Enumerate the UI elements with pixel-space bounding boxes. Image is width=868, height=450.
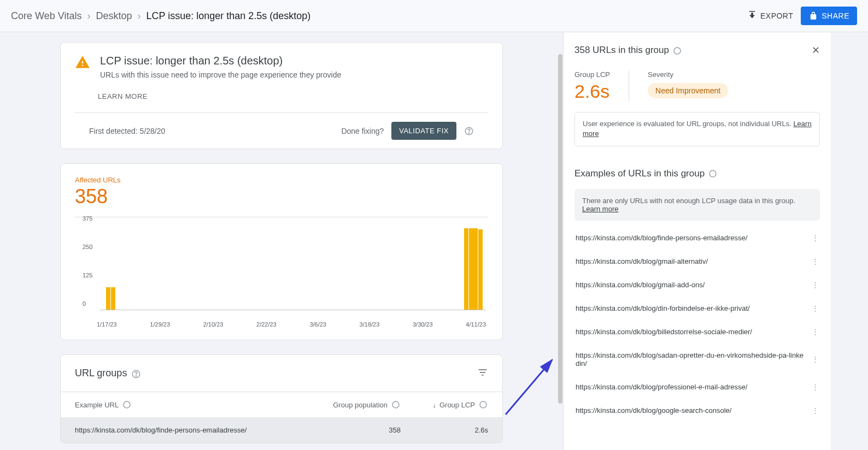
more-icon[interactable]: ⋮ <box>812 383 819 391</box>
x-tick: 3/18/23 <box>360 321 380 328</box>
share-label: SHARE <box>822 11 849 20</box>
row-lcp: 2.6s <box>401 426 488 434</box>
info-note: User experience is evaluated for URL gro… <box>574 112 820 146</box>
group-lcp-value: 2.6s <box>574 81 610 102</box>
validate-fix-button[interactable]: VALIDATE FIX <box>391 122 456 140</box>
annotation-arrow <box>500 354 560 420</box>
url-text: https://kinsta.com/dk/blog/din-forbindel… <box>576 304 812 312</box>
help-icon[interactable] <box>464 126 474 136</box>
close-icon[interactable]: ✕ <box>812 44 820 56</box>
more-icon[interactable]: ⋮ <box>812 406 819 415</box>
url-text: https://kinsta.com/dk/blog/finde-persons… <box>576 234 812 242</box>
row-pop: 358 <box>313 426 401 434</box>
data-note: There are only URLs with not enough LCP … <box>574 189 820 221</box>
help-icon[interactable] <box>478 400 488 410</box>
header-bar: Core Web Vitals › Desktop › LCP issue: l… <box>0 0 868 32</box>
chart-bar[interactable] <box>464 228 468 310</box>
chevron-right-icon: › <box>137 10 140 22</box>
details-panel: 358 URLs in this group ✕ Group LCP 2.6s … <box>563 32 831 450</box>
chevron-right-icon: › <box>87 10 90 22</box>
url-row[interactable]: https://kinsta.com/dk/blog/billedstorrel… <box>574 320 820 344</box>
more-icon[interactable]: ⋮ <box>812 281 819 289</box>
x-tick: 4/11/23 <box>466 321 486 328</box>
affected-urls-count: 358 <box>75 185 488 208</box>
filter-icon[interactable] <box>477 367 488 380</box>
share-button[interactable]: SHARE <box>801 7 857 25</box>
x-tick: 3/30/23 <box>413 321 433 328</box>
col-example-url[interactable]: Example URL <box>75 401 119 409</box>
url-text: https://kinsta.com/dk/blog/professionel-… <box>576 383 812 391</box>
col-group-population[interactable]: Group population <box>333 401 388 409</box>
x-tick: 2/10/23 <box>203 321 224 328</box>
more-icon[interactable]: ⋮ <box>812 234 819 242</box>
issue-title: LCP issue: longer than 2.5s (desktop) <box>100 55 341 67</box>
url-row[interactable]: https://kinsta.com/dk/blog/finde-persons… <box>574 226 820 250</box>
svg-point-1 <box>468 133 469 133</box>
more-icon[interactable]: ⋮ <box>812 304 819 312</box>
x-tick: 2/22/23 <box>256 321 277 328</box>
help-icon[interactable] <box>131 368 141 379</box>
url-list: https://kinsta.com/dk/blog/finde-persons… <box>574 226 820 422</box>
main-content: LCP issue: longer than 2.5s (desktop) UR… <box>0 32 563 450</box>
svg-line-7 <box>506 360 552 415</box>
x-tick: 1/17/23 <box>97 321 117 328</box>
export-button[interactable]: EXPORT <box>747 11 793 21</box>
more-icon[interactable]: ⋮ <box>812 355 819 363</box>
url-text: https://kinsta.com/dk/blog/google-search… <box>576 406 812 415</box>
arrow-down-icon: ↓ <box>432 401 436 409</box>
svg-point-5 <box>392 401 399 408</box>
header-actions: EXPORT SHARE <box>747 7 857 25</box>
breadcrumb-desktop[interactable]: Desktop <box>96 10 132 22</box>
breadcrumb: Core Web Vitals › Desktop › LCP issue: l… <box>11 10 310 22</box>
url-text: https://kinsta.com/dk/blog/gmail-alterna… <box>576 257 812 265</box>
chart-bar[interactable] <box>473 228 478 310</box>
breadcrumb-core[interactable]: Core Web Vitals <box>11 10 81 22</box>
x-tick: 1/29/23 <box>150 321 170 328</box>
scrollbar[interactable] <box>558 54 562 404</box>
row-url: https://kinsta.com/dk/blog/finde-persons… <box>75 426 313 434</box>
url-row[interactable]: https://kinsta.com/dk/blog/din-forbindel… <box>574 297 820 320</box>
affected-urls-card: Affected URLs 358 0125250375 1/17/231/29… <box>60 163 503 340</box>
affected-urls-chart: 0125250375 1/17/231/29/232/10/232/22/233… <box>75 217 488 328</box>
svg-point-9 <box>709 170 716 177</box>
chart-bar[interactable] <box>106 287 110 310</box>
help-icon[interactable] <box>708 168 718 179</box>
url-row[interactable]: https://kinsta.com/dk/blog/google-search… <box>574 399 820 422</box>
url-row[interactable]: https://kinsta.com/dk/blog/gmail-alterna… <box>574 250 820 273</box>
url-row[interactable]: https://kinsta.com/dk/blog/sadan-oprette… <box>574 344 820 375</box>
chart-bar[interactable] <box>478 229 483 310</box>
done-fixing-label: Done fixing? <box>341 127 384 135</box>
help-icon[interactable] <box>672 45 682 56</box>
svg-point-8 <box>674 48 681 54</box>
panel-title: 358 URLs in this group <box>574 45 682 56</box>
issue-subtitle: URLs with this issue need to improve the… <box>100 70 341 79</box>
url-text: https://kinsta.com/dk/blog/billedstorrel… <box>576 328 812 336</box>
lock-icon <box>808 11 818 21</box>
url-row[interactable]: https://kinsta.com/dk/blog/gmail-add-ons… <box>574 273 820 297</box>
first-detected: First detected: 5/28/20 <box>89 127 165 135</box>
group-lcp-label: Group LCP <box>574 70 610 79</box>
learn-more-link[interactable]: LEARN MORE <box>98 92 488 100</box>
url-text: https://kinsta.com/dk/blog/gmail-add-ons… <box>576 281 812 289</box>
help-icon[interactable] <box>391 400 401 410</box>
url-groups-title: URL groups <box>75 368 141 379</box>
help-icon[interactable] <box>122 400 132 410</box>
download-icon <box>747 11 757 21</box>
url-row[interactable]: https://kinsta.com/dk/blog/professionel-… <box>574 375 820 399</box>
chart-bar[interactable] <box>469 228 473 310</box>
severity-badge: Need Improvement <box>648 83 728 98</box>
more-icon[interactable]: ⋮ <box>812 328 819 336</box>
table-header: Example URL Group population ↓ Group LCP <box>61 392 502 417</box>
table-row[interactable]: https://kinsta.com/dk/blog/finde-persons… <box>61 417 502 443</box>
more-icon[interactable]: ⋮ <box>812 257 819 265</box>
export-label: EXPORT <box>760 11 793 20</box>
learn-more-link[interactable]: Learn more <box>582 205 618 213</box>
severity-label: Severity <box>648 70 728 79</box>
warning-icon <box>75 55 90 79</box>
chart-bar[interactable] <box>111 287 115 310</box>
x-tick: 3/6/23 <box>309 321 326 328</box>
url-text: https://kinsta.com/dk/blog/sadan-oprette… <box>576 351 812 368</box>
col-group-lcp[interactable]: Group LCP <box>439 401 475 409</box>
url-groups-card: URL groups Example URL Group population <box>60 354 503 443</box>
svg-point-6 <box>480 401 486 408</box>
